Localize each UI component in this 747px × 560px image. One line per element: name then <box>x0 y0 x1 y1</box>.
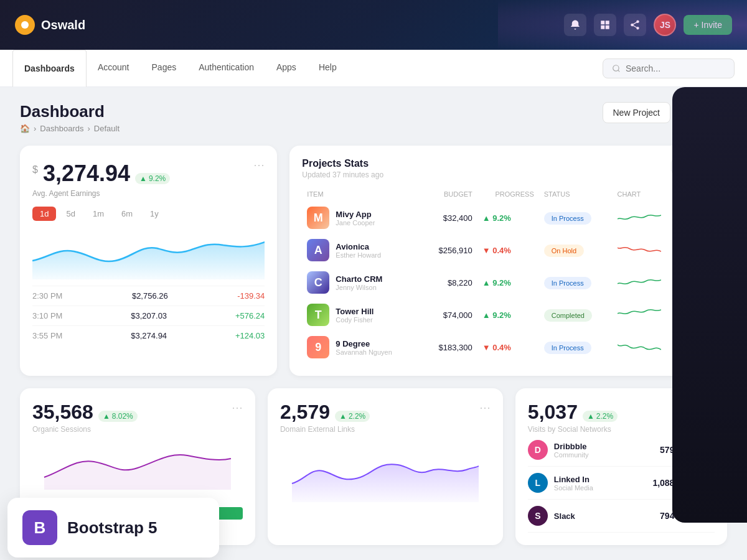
social-value: 5,037 <box>528 401 578 424</box>
earnings-title-area: $ 3,274.94 ▲ 9.2% Avg. Agent Earnings <box>32 158 170 198</box>
nav-items: Dashboards Account Pages Authentication … <box>12 50 348 87</box>
organic-value: 35,568 <box>32 401 93 424</box>
nav-item-pages[interactable]: Pages <box>141 50 188 87</box>
bootstrap-overlay: B Bootstrap 5 <box>7 498 219 558</box>
time-row-1: 2:30 PM $2,756.26 -139.34 <box>32 286 265 306</box>
external-chart <box>280 440 491 502</box>
projects-updated: Updated 37 minutes ago <box>302 170 383 179</box>
time-row-3: 3:55 PM $3,274.94 +124.03 <box>32 325 265 345</box>
social-badge: ▲ 2.2% <box>583 411 618 422</box>
table-row: M Mivy App Jane Cooper $32,400 ▲ 9.2% In… <box>302 202 715 234</box>
time-row-2: 3:10 PM $3,207.03 +576.24 <box>32 306 265 325</box>
earnings-more-button[interactable]: ⋯ <box>253 158 265 172</box>
navbar: Dashboards Account Pages Authentication … <box>0 50 747 87</box>
external-badge: ▲ 2.2% <box>335 411 370 422</box>
time-filter-1m[interactable]: 1m <box>85 207 111 221</box>
avatar[interactable]: JS <box>654 14 676 36</box>
col-budget: BUDGET <box>422 187 477 202</box>
col-item: ITEM <box>302 187 422 202</box>
nav-item-dashboards[interactable]: Dashboards <box>12 50 87 87</box>
earnings-header: $ 3,274.94 ▲ 9.2% Avg. Agent Earnings ⋯ <box>32 158 265 198</box>
organic-badge: ▲ 8.02% <box>98 411 138 422</box>
external-header: 2,579 ▲ 2.2% Domain External Links ⋯ <box>280 401 491 434</box>
earnings-value: 3,274.94 <box>43 161 130 187</box>
social-label: Visits by Social Networks <box>528 425 618 434</box>
social-value-row: 5,037 ▲ 2.2% <box>528 401 618 424</box>
page-title-area: Dashboard 🏠 › Dashboards › Default <box>20 102 120 133</box>
earnings-label: Avg. Agent Earnings <box>32 189 170 198</box>
organic-header: 35,568 ▲ 8.02% Organic Sessions ⋯ <box>32 401 243 434</box>
nav-item-apps[interactable]: Apps <box>265 50 308 87</box>
table-row: T Tower Hill Cody Fisher $74,000 ▲ 9.2% … <box>302 299 715 331</box>
invite-button[interactable]: + Invite <box>684 15 732 35</box>
col-chart: CHART <box>613 187 680 202</box>
external-value-row: 2,579 ▲ 2.2% <box>280 401 370 424</box>
earnings-card: $ 3,274.94 ▲ 9.2% Avg. Agent Earnings ⋯ … <box>20 146 277 376</box>
search-box[interactable] <box>603 58 735 78</box>
breadcrumb: 🏠 › Dashboards › Default <box>20 124 120 133</box>
time-filters: 1d 5d 1m 6m 1y <box>32 207 265 221</box>
table-row: C Charto CRM Jenny Wilson $8,220 ▲ 9.2% … <box>302 266 715 299</box>
breadcrumb-dashboards[interactable]: Dashboards <box>40 124 83 133</box>
grid-icon[interactable] <box>594 14 616 36</box>
table-row: A Avionica Esther Howard $256,910 ▼ 0.4%… <box>302 234 715 266</box>
external-value-area: 2,579 ▲ 2.2% Domain External Links <box>280 401 370 434</box>
dark-overlay <box>672 87 747 523</box>
external-label: Domain External Links <box>280 425 370 434</box>
time-filter-1y[interactable]: 1y <box>143 207 166 221</box>
external-card: 2,579 ▲ 2.2% Domain External Links ⋯ <box>268 388 503 545</box>
projects-card: Projects Stats Updated 37 minutes ago Hi… <box>289 146 727 376</box>
earnings-badge: ▲ 9.2% <box>135 173 170 184</box>
topbar: Oswald JS + Invite <box>0 0 747 50</box>
page-title: Dashboard <box>20 102 120 121</box>
change-3: +124.03 <box>235 331 265 340</box>
change-1: -139.34 <box>237 291 265 301</box>
bottom-row: 35,568 ▲ 8.02% Organic Sessions ⋯ Canada… <box>20 388 727 545</box>
cards-row-1: $ 3,274.94 ▲ 9.2% Avg. Agent Earnings ⋯ … <box>20 146 727 376</box>
main-content: Dashboard 🏠 › Dashboards › Default New P… <box>0 87 747 560</box>
projects-title-area: Projects Stats Updated 37 minutes ago <box>302 158 383 179</box>
projects-table: ITEM BUDGET PROGRESS STATUS CHART VIEW M… <box>302 187 715 363</box>
search-input[interactable] <box>626 63 725 73</box>
time-filter-5d[interactable]: 5d <box>59 207 82 221</box>
time-filter-6m[interactable]: 6m <box>114 207 140 221</box>
time-rows: 2:30 PM $2,756.26 -139.34 3:10 PM $3,207… <box>32 286 265 345</box>
search-icon <box>612 64 621 73</box>
share-icon[interactable] <box>624 14 646 36</box>
topbar-actions: JS + Invite <box>564 14 732 36</box>
external-more-button[interactable]: ⋯ <box>479 401 491 414</box>
new-project-button[interactable]: New Project <box>603 102 670 123</box>
breadcrumb-home[interactable]: 🏠 <box>20 124 30 133</box>
page-header: Dashboard 🏠 › Dashboards › Default New P… <box>20 102 727 133</box>
earnings-value-row: $ 3,274.94 ▲ 9.2% <box>32 161 170 187</box>
bootstrap-icon: B <box>22 510 57 545</box>
change-2: +576.24 <box>235 311 265 320</box>
currency-symbol: $ <box>32 164 38 175</box>
earnings-chart <box>32 230 265 279</box>
table-row: 9 9 Degree Savannah Nguyen $183,300 ▼ 0.… <box>302 331 715 363</box>
projects-title: Projects Stats <box>302 158 383 169</box>
external-value: 2,579 <box>280 401 330 424</box>
organic-card: 35,568 ▲ 8.02% Organic Sessions ⋯ Canada… <box>20 388 255 545</box>
col-status: STATUS <box>539 187 613 202</box>
breadcrumb-default[interactable]: Default <box>94 124 120 133</box>
nav-item-account[interactable]: Account <box>87 50 141 87</box>
brand-icon <box>15 15 35 35</box>
projects-header: Projects Stats Updated 37 minutes ago Hi… <box>302 158 715 179</box>
organic-more-button[interactable]: ⋯ <box>232 401 243 414</box>
organic-chart <box>32 440 243 502</box>
nav-item-authentication[interactable]: Authentication <box>187 50 265 87</box>
organic-value-row: 35,568 ▲ 8.02% <box>32 401 138 424</box>
organic-label: Organic Sessions <box>32 425 138 434</box>
col-progress: PROGRESS <box>477 187 539 202</box>
nav-item-help[interactable]: Help <box>308 50 348 87</box>
brand: Oswald <box>15 15 85 35</box>
brand-name: Oswald <box>41 18 85 32</box>
time-filter-1d[interactable]: 1d <box>32 207 56 221</box>
organic-value-area: 35,568 ▲ 8.02% Organic Sessions <box>32 401 138 434</box>
bootstrap-text: Bootstrap 5 <box>67 518 157 538</box>
svg-point-0 <box>613 65 619 70</box>
social-value-area: 5,037 ▲ 2.2% Visits by Social Networks <box>528 401 618 434</box>
notifications-icon[interactable] <box>564 14 586 36</box>
